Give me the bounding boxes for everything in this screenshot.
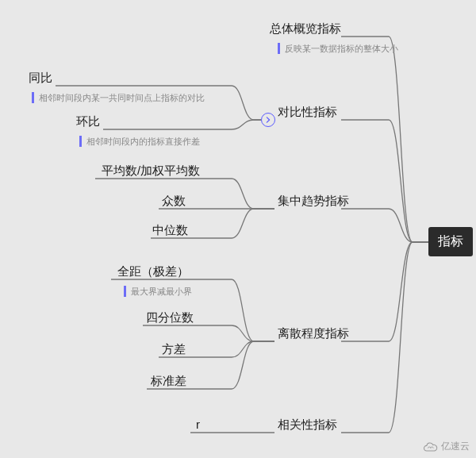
mindmap-canvas: 指标 总体概览指标 反映某一数据指标的整体大小 对比性指标 集中趋势指标 离散程… bbox=[0, 0, 476, 458]
root-node[interactable]: 指标 bbox=[428, 227, 473, 256]
leaf-range-note: 最大界减最小界 bbox=[124, 286, 192, 297]
leaf-quartile[interactable]: 四分位数 bbox=[146, 310, 194, 325]
expand-toggle-icon[interactable] bbox=[261, 113, 275, 127]
watermark: 亿速云 bbox=[422, 440, 470, 453]
leaf-median[interactable]: 中位数 bbox=[152, 223, 188, 238]
watermark-text: 亿速云 bbox=[441, 440, 470, 453]
branch-correlation[interactable]: 相关性指标 bbox=[278, 418, 337, 433]
branch-overview-note: 反映某一数据指标的整体大小 bbox=[278, 43, 398, 54]
leaf-range[interactable]: 全距（极差） bbox=[117, 264, 189, 279]
leaf-variance[interactable]: 方差 bbox=[162, 342, 186, 357]
branch-overview[interactable]: 总体概览指标 bbox=[270, 21, 341, 37]
leaf-yoy[interactable]: 同比 bbox=[29, 71, 52, 86]
branch-contrast[interactable]: 对比性指标 bbox=[278, 105, 337, 120]
leaf-mean[interactable]: 平均数/加权平均数 bbox=[102, 164, 200, 179]
cloud-icon bbox=[422, 441, 438, 452]
branch-central[interactable]: 集中趋势指标 bbox=[278, 194, 349, 209]
leaf-mom-note: 相邻时间段内的指标直接作差 bbox=[79, 136, 200, 147]
leaf-mode[interactable]: 众数 bbox=[162, 194, 186, 209]
leaf-mom[interactable]: 环比 bbox=[76, 114, 100, 129]
leaf-r[interactable]: r bbox=[196, 418, 200, 431]
leaf-yoy-note: 相邻时间段内某一共同时间点上指标的对比 bbox=[32, 92, 205, 103]
branch-dispersion[interactable]: 离散程度指标 bbox=[278, 326, 349, 341]
leaf-stddev[interactable]: 标准差 bbox=[151, 374, 186, 389]
connectors bbox=[0, 0, 476, 458]
